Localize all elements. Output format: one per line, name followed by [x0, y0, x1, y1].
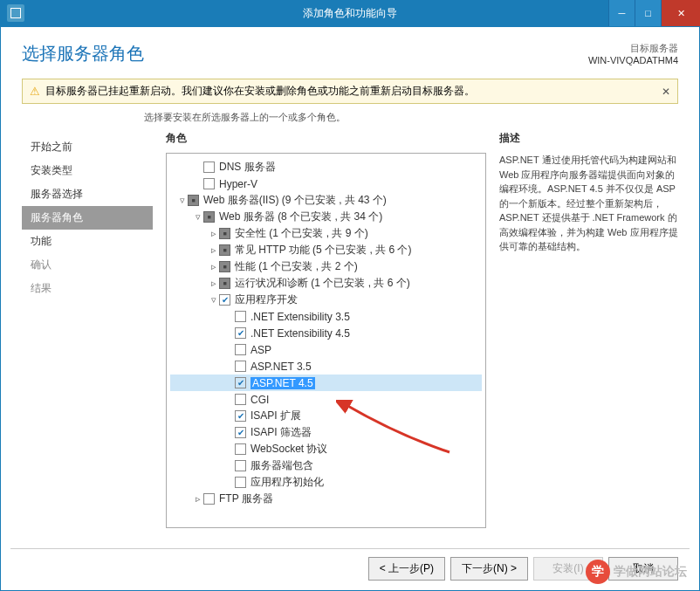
tree-node-label: .NET Extensibility 4.5: [250, 327, 350, 340]
checkbox[interactable]: [235, 410, 246, 422]
tree-node-8[interactable]: ▿应用程序开发: [170, 292, 482, 308]
sidebar-item-4[interactable]: 功能: [22, 230, 153, 253]
watermark-text: 学做网站论坛: [614, 564, 687, 580]
tree-node-label: 运行状况和诊断 (1 个已安装 , 共 6 个): [235, 276, 410, 291]
checkbox[interactable]: [235, 443, 246, 455]
tree-node-label: Web 服务器 (8 个已安装 , 共 34 个): [219, 210, 382, 224]
checkbox[interactable]: [235, 427, 246, 438]
warning-icon: ⚠: [30, 85, 40, 98]
checkbox[interactable]: [203, 178, 215, 189]
tree-node-5[interactable]: ▹常见 HTTP 功能 (5 个已安装 , 共 6 个): [170, 242, 482, 258]
tree-node-label: ASP: [250, 344, 271, 356]
header: 选择服务器角色 目标服务器 WIN-VIVQADATHM4: [0, 26, 700, 74]
minimize-button[interactable]: ─: [608, 0, 635, 26]
warning-close-icon[interactable]: ✕: [662, 86, 670, 98]
checkbox[interactable]: [235, 394, 246, 405]
tree-node-1[interactable]: Hyper-V: [170, 175, 482, 192]
description-text: ASP.NET 通过使用托管代码为构建网站和 Web 应用程序向服务器端提供面向…: [499, 153, 678, 254]
close-button[interactable]: ✕: [661, 0, 700, 26]
tree-node-2[interactable]: ▿Web 服务器(IIS) (9 个已安装 , 共 43 个): [170, 192, 482, 209]
checkbox[interactable]: [203, 211, 215, 223]
tree-node-9[interactable]: .NET Extensibility 3.5: [170, 308, 482, 325]
sidebar-item-3[interactable]: 服务器角色: [22, 206, 153, 230]
tree-node-3[interactable]: ▿Web 服务器 (8 个已安装 , 共 34 个): [170, 209, 482, 225]
checkbox[interactable]: [203, 161, 215, 173]
tree-node-label: 服务器端包含: [250, 458, 313, 473]
tree-node-16[interactable]: ISAPI 筛选器: [170, 424, 482, 441]
tree-node-label: 应用程序开发: [235, 292, 298, 307]
tree-node-label: 性能 (1 个已安装 , 共 2 个): [235, 259, 358, 274]
tree-node-17[interactable]: WebSocket 协议: [170, 441, 482, 457]
tree-node-14[interactable]: CGI: [170, 391, 482, 408]
tree-node-12[interactable]: ASP.NET 3.5: [170, 358, 482, 375]
sidebar-item-1[interactable]: 安装类型: [22, 159, 153, 182]
expander-icon[interactable]: ▹: [209, 244, 219, 256]
sidebar-item-5: 确认: [22, 253, 153, 277]
tree-node-4[interactable]: ▹安全性 (1 个已安装 , 共 9 个): [170, 225, 482, 242]
expander-icon[interactable]: ▹: [193, 493, 203, 505]
sidebar-item-6: 结果: [22, 277, 153, 300]
titlebar: 添加角色和功能向导 ─ □ ✕: [0, 0, 700, 26]
roles-column: 角色 DNS 服务器Hyper-V▿Web 服务器(IIS) (9 个已安装 ,…: [153, 131, 499, 550]
expander-icon[interactable]: ▿: [177, 195, 188, 206]
description-column: 描述 ASP.NET 通过使用托管代码为构建网站和 Web 应用程序向服务器端提…: [499, 131, 678, 550]
sidebar-item-0[interactable]: 开始之前: [22, 135, 153, 159]
checkbox[interactable]: [219, 228, 230, 239]
tree-node-6[interactable]: ▹性能 (1 个已安装 , 共 2 个): [170, 258, 482, 275]
tree-node-label: Web 服务器(IIS) (9 个已安装 , 共 43 个): [203, 193, 387, 208]
checkbox[interactable]: [235, 361, 246, 372]
watermark: 学 学做网站论坛: [586, 560, 687, 584]
tree-node-11[interactable]: ASP: [170, 341, 482, 358]
warning-text: 目标服务器已挂起重新启动。我们建议你在安装或删除角色或功能之前重新启动目标服务器…: [45, 84, 475, 99]
checkbox[interactable]: [219, 244, 230, 256]
expander-icon[interactable]: ▹: [209, 261, 219, 272]
window-title: 添加角色和功能向导: [303, 6, 397, 21]
tree-node-15[interactable]: ISAPI 扩展: [170, 408, 482, 424]
checkbox[interactable]: [235, 460, 246, 471]
checkbox[interactable]: [235, 377, 246, 388]
checkbox[interactable]: [219, 261, 230, 272]
checkbox[interactable]: [235, 477, 246, 488]
tree-node-label: ASP.NET 3.5: [250, 361, 312, 373]
tree-node-label: ASP.NET 4.5: [250, 377, 315, 389]
tree-node-label: 应用程序初始化: [250, 475, 324, 490]
tree-node-20[interactable]: ▹FTP 服务器: [170, 491, 482, 507]
expander-icon[interactable]: ▿: [209, 294, 219, 306]
next-button[interactable]: 下一步(N) >: [450, 557, 528, 581]
tree-node-label: 安全性 (1 个已安装 , 共 9 个): [235, 226, 368, 241]
expander-icon[interactable]: ▿: [193, 211, 203, 223]
target-server-info: 目标服务器 WIN-VIVQADATHM4: [588, 42, 678, 65]
checkbox[interactable]: [203, 493, 215, 505]
description-title: 描述: [499, 131, 678, 146]
roles-tree[interactable]: DNS 服务器Hyper-V▿Web 服务器(IIS) (9 个已安装 , 共 …: [166, 153, 486, 528]
tree-node-label: DNS 服务器: [219, 160, 276, 175]
expander-icon[interactable]: ▹: [209, 278, 219, 289]
tree-node-label: Hyper-V: [219, 178, 257, 190]
target-name: WIN-VIVQADATHM4: [588, 55, 678, 65]
target-label: 目标服务器: [588, 42, 678, 55]
tree-node-label: ISAPI 扩展: [250, 409, 301, 423]
checkbox[interactable]: [219, 294, 230, 306]
page-title: 选择服务器角色: [22, 42, 144, 65]
checkbox[interactable]: [235, 344, 246, 355]
checkbox[interactable]: [235, 311, 246, 322]
maximize-button[interactable]: □: [635, 0, 661, 26]
tree-node-13[interactable]: ASP.NET 4.5: [170, 375, 482, 391]
checkbox[interactable]: [219, 278, 230, 289]
previous-button[interactable]: < 上一步(P): [368, 557, 445, 581]
sidebar-item-2[interactable]: 服务器选择: [22, 182, 153, 206]
watermark-icon: 学: [586, 560, 610, 584]
roles-title: 角色: [166, 131, 486, 146]
subtitle: 选择要安装在所选服务器上的一个或多个角色。: [144, 111, 700, 124]
tree-node-18[interactable]: 服务器端包含: [170, 457, 482, 474]
tree-node-label: ISAPI 筛选器: [250, 425, 312, 440]
checkbox[interactable]: [188, 195, 199, 206]
checkbox[interactable]: [235, 327, 246, 339]
tree-node-10[interactable]: .NET Extensibility 4.5: [170, 325, 482, 341]
expander-icon[interactable]: ▹: [209, 228, 219, 239]
tree-node-0[interactable]: DNS 服务器: [170, 159, 482, 175]
tree-node-7[interactable]: ▹运行状况和诊断 (1 个已安装 , 共 6 个): [170, 275, 482, 292]
tree-node-label: CGI: [250, 394, 269, 406]
tree-node-19[interactable]: 应用程序初始化: [170, 474, 482, 491]
warning-bar: ⚠ 目标服务器已挂起重新启动。我们建议你在安装或删除角色或功能之前重新启动目标服…: [22, 79, 678, 104]
